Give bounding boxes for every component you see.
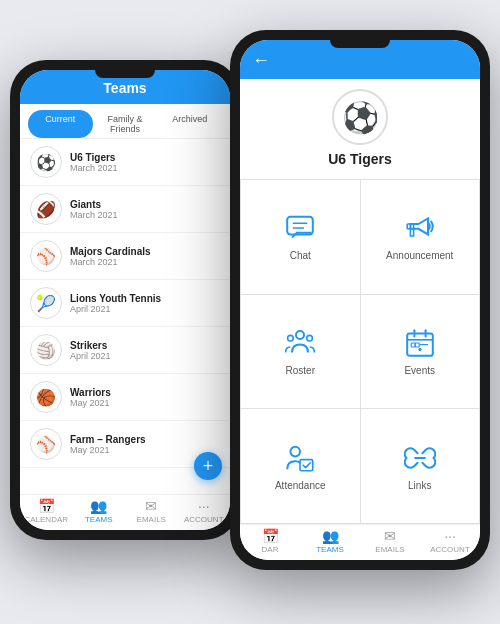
team-name: U6 Tigers [70,152,220,163]
emails-icon: ✉ [145,499,157,513]
team-date: March 2021 [70,163,220,173]
team-name: Lions Youth Tennis [70,293,220,304]
teams-icon: 👥 [90,499,107,513]
left-header-title: Teams [103,80,146,96]
roster-label: Roster [286,365,315,376]
back-button[interactable]: ← [252,50,270,71]
team-list: ⚽ U6 Tigers March 2021 🏈 Giants March 20… [20,139,230,494]
links-icon [404,442,436,474]
team-name: Giants [70,199,220,210]
list-item[interactable]: 🏐 Strikers April 2021 [20,327,230,374]
list-item[interactable]: ⚽ U6 Tigers March 2021 [20,139,230,186]
svg-point-4 [296,331,304,339]
team-date: March 2021 [70,210,220,220]
tab-archived[interactable]: Archived [157,110,222,138]
team-info: Giants March 2021 [70,199,220,220]
left-phone: Teams Current Family & Friends Archived … [10,60,240,540]
calendar-icon: 📅 [38,499,55,513]
nav-item-teams[interactable]: 👥 TEAMS [73,499,126,524]
attendance-label: Attendance [275,480,326,491]
nav-label-teams: TEAMS [85,515,113,524]
right-phone-notch [330,40,390,48]
svg-rect-13 [411,343,415,347]
right-nav-calendar[interactable]: 📅 DAR [240,529,300,554]
chat-icon [284,212,316,244]
team-name: Farm – Rangers [70,434,220,445]
svg-point-14 [418,348,421,351]
chat-label: Chat [290,250,311,261]
phones-container: Teams Current Family & Friends Archived … [0,0,500,624]
team-icon-basketball: 🏀 [30,381,62,413]
list-item[interactable]: 🏀 Warriors May 2021 [20,374,230,421]
team-icon-baseball2: ⚾ [30,428,62,460]
links-label: Links [408,480,431,491]
right-nav-teams[interactable]: 👥 TEAMS [300,529,360,554]
nav-item-emails[interactable]: ✉ EMAILS [125,499,178,524]
team-date: April 2021 [70,304,220,314]
announcement-icon [404,212,436,244]
team-info: Strikers April 2021 [70,340,220,361]
nav-label-emails: EMAILS [137,515,166,524]
right-nav-emails[interactable]: ✉ EMAILS [360,529,420,554]
team-info: Warriors May 2021 [70,387,220,408]
option-events[interactable]: Events [361,295,480,409]
team-icon-volleyball: 🏐 [30,334,62,366]
right-phone-screen: ← ⚽ U6 Tigers Chat [240,40,480,560]
svg-point-5 [288,335,294,341]
nav-label-account: ACCOUNT [184,515,224,524]
svg-point-15 [291,446,301,456]
option-attendance[interactable]: Attendance [241,409,360,523]
team-date: May 2021 [70,445,220,455]
tab-current[interactable]: Current [28,110,93,138]
right-nav-label-account: ACCOUNT [430,545,470,554]
options-grid: Chat Announcement [240,179,480,524]
nav-item-account[interactable]: ··· ACCOUNT [178,499,231,524]
right-teams-icon: 👥 [322,529,339,543]
nav-label-calendar: CALENDAR [24,515,68,524]
team-date: May 2021 [70,398,220,408]
right-phone: ← ⚽ U6 Tigers Chat [230,30,490,570]
right-nav-label-teams: TEAMS [316,545,344,554]
team-name: Warriors [70,387,220,398]
right-nav-account[interactable]: ··· ACCOUNT [420,529,480,554]
nav-item-calendar[interactable]: 📅 CALENDAR [20,499,73,524]
list-item[interactable]: 🎾 Lions Youth Tennis April 2021 [20,280,230,327]
team-icon-soccer: ⚽ [30,146,62,178]
svg-rect-11 [415,343,419,347]
tabs-bar: Current Family & Friends Archived [20,104,230,139]
attendance-icon [284,442,316,474]
team-date: March 2021 [70,257,220,267]
list-item[interactable]: 🏈 Giants March 2021 [20,186,230,233]
left-phone-notch [95,70,155,78]
account-icon: ··· [198,499,210,513]
right-nav-label-calendar: DAR [262,545,279,554]
right-emails-icon: ✉ [384,529,396,543]
team-icon-football: 🏈 [30,193,62,225]
list-item[interactable]: ⚾ Majors Cardinals March 2021 [20,233,230,280]
svg-point-6 [307,335,313,341]
right-bottom-nav: 📅 DAR 👥 TEAMS ✉ EMAILS ··· ACCOUNT [240,524,480,560]
right-calendar-icon: 📅 [262,529,279,543]
right-account-icon: ··· [444,529,456,543]
team-name: Majors Cardinals [70,246,220,257]
right-nav-label-emails: EMAILS [375,545,404,554]
left-bottom-nav: 📅 CALENDAR 👥 TEAMS ✉ EMAILS ··· ACCOUNT [20,494,230,530]
events-icon [404,327,436,359]
right-content: ⚽ U6 Tigers Chat [240,79,480,524]
option-chat[interactable]: Chat [241,180,360,294]
option-roster[interactable]: Roster [241,295,360,409]
tab-family[interactable]: Family & Friends [93,110,158,138]
team-info: U6 Tigers March 2021 [70,152,220,173]
right-team-logo: ⚽ [332,89,388,145]
announcement-label: Announcement [386,250,453,261]
svg-rect-16 [300,459,313,470]
fab-add-button[interactable]: + [194,452,222,480]
roster-icon [284,327,316,359]
option-links[interactable]: Links [361,409,480,523]
team-date: April 2021 [70,351,220,361]
svg-rect-0 [287,217,313,235]
events-label: Events [404,365,435,376]
option-announcement[interactable]: Announcement [361,180,480,294]
team-info: Farm – Rangers May 2021 [70,434,220,455]
right-team-name: U6 Tigers [328,151,392,167]
